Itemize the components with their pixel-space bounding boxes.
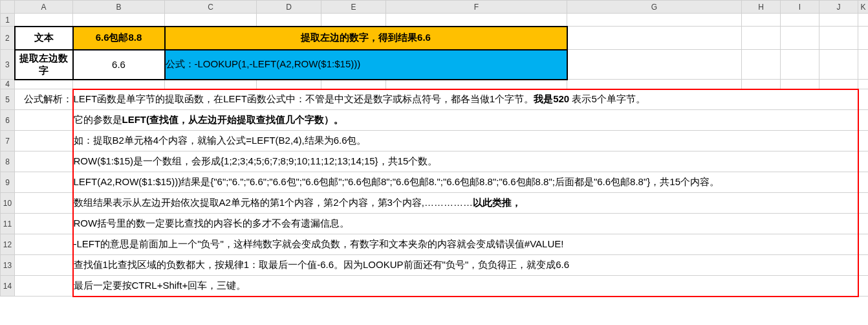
- cell-B9[interactable]: LEFT(A2,ROW($1:$15)))结果是{"6";"6.";"6.6";…: [73, 172, 858, 193]
- cell-G1[interactable]: [567, 14, 742, 27]
- row-header-10[interactable]: 10: [1, 193, 15, 214]
- col-header-K[interactable]: K: [858, 1, 869, 14]
- row-header-5[interactable]: 5: [1, 89, 15, 110]
- cell-K9[interactable]: [858, 172, 869, 193]
- cell-A4[interactable]: [15, 80, 73, 89]
- cell-K4[interactable]: [858, 80, 869, 89]
- col-header-G[interactable]: G: [567, 1, 742, 14]
- cell-B3[interactable]: 6.6: [73, 50, 165, 80]
- row-header-4[interactable]: 4: [1, 80, 15, 89]
- col-header-I[interactable]: I: [781, 1, 819, 14]
- cell-I2[interactable]: [781, 27, 819, 50]
- cell-K8[interactable]: [858, 151, 869, 172]
- cell-D1[interactable]: [257, 14, 321, 27]
- cell-A13[interactable]: [15, 255, 73, 276]
- row-header-6[interactable]: 6: [1, 110, 15, 131]
- row-header-2[interactable]: 2: [1, 27, 15, 50]
- cell-K3[interactable]: [858, 50, 869, 80]
- cell-A6[interactable]: [15, 110, 73, 131]
- cell-K5[interactable]: [858, 89, 869, 110]
- cell-B1[interactable]: [73, 14, 165, 27]
- cell-H4[interactable]: [742, 80, 781, 89]
- cell-A5[interactable]: 公式解析：: [15, 89, 73, 110]
- cell-B12[interactable]: -LEFT的意思是前面加上一个"负号"，这样纯数字就会变成负数，有数字和文本夹杂…: [73, 234, 858, 255]
- corner-cell[interactable]: [1, 1, 15, 14]
- cell-A14[interactable]: [15, 276, 73, 297]
- column-header-row: A B C D E F G H I J K: [1, 1, 869, 14]
- row-header-9[interactable]: 9: [1, 172, 15, 193]
- cell-B5[interactable]: LEFT函数是单字节的提取函数，在LEFT函数公式中：不管是中文还是数字或标点符…: [73, 89, 858, 110]
- cell-G3[interactable]: [567, 50, 742, 80]
- cell-F1[interactable]: [386, 14, 567, 27]
- cell-A12[interactable]: [15, 234, 73, 255]
- cell-K12[interactable]: [858, 234, 869, 255]
- cell-A8[interactable]: [15, 151, 73, 172]
- col-header-B[interactable]: B: [73, 1, 165, 14]
- col-header-F[interactable]: F: [386, 1, 567, 14]
- cell-F4[interactable]: [386, 80, 567, 89]
- row-header-8[interactable]: 8: [1, 151, 15, 172]
- col-header-H[interactable]: H: [742, 1, 781, 14]
- cell-I4[interactable]: [781, 80, 819, 89]
- cell-B4[interactable]: [73, 80, 165, 89]
- cell-I3[interactable]: [781, 50, 819, 80]
- explain-r5a: LEFT函数是单字节的提取函数，在LEFT函数公式中：不管是中文还是数字或标点符…: [74, 93, 534, 104]
- cell-A1[interactable]: [15, 14, 73, 27]
- row-header-12[interactable]: 12: [1, 234, 15, 255]
- cell-B11[interactable]: ROW括号里的数一定要比查找的内容长的多才不会有遗漏信息。: [73, 214, 858, 234]
- cell-B13[interactable]: 查找值1比查找区域的负数都大，按规律1：取最后一个值-6.6。因为LOOKUP前…: [73, 255, 858, 276]
- cell-H1[interactable]: [742, 14, 781, 27]
- cell-B14[interactable]: 最后一定要按CTRL+Shift+回车，三键。: [73, 276, 858, 297]
- spreadsheet[interactable]: A B C D E F G H I J K 1 2 文本 6.6包邮8.8 提取…: [0, 0, 868, 297]
- cell-E1[interactable]: [321, 14, 386, 27]
- explain-r7: 如：提取B2单元格4个内容，就输入公式=LEFT(B2,4),结果为6.6包。: [74, 135, 367, 146]
- cell-K13[interactable]: [858, 255, 869, 276]
- cell-A3[interactable]: 提取左边数字: [15, 50, 73, 80]
- row-header-1[interactable]: 1: [1, 14, 15, 27]
- cell-C2F2[interactable]: 提取左边的数字，得到结果6.6: [165, 27, 567, 50]
- cell-K2[interactable]: [858, 27, 869, 50]
- cell-E4[interactable]: [321, 80, 386, 89]
- cell-B6[interactable]: 它的参数是LEFT(查找值，从左边开始提取查找值几个字数）。: [73, 110, 858, 131]
- cell-K1[interactable]: [858, 14, 869, 27]
- cell-B8[interactable]: ROW($1:$15)是一个数组，会形成{1;2;3;4;5;6;7;8;9;1…: [73, 151, 858, 172]
- cell-C1[interactable]: [165, 14, 257, 27]
- cell-A9[interactable]: [15, 172, 73, 193]
- cell-B10[interactable]: 数组结果表示从左边开始依次提取A2单元格的第1个内容，第2个内容，第3个内容,……: [73, 193, 858, 214]
- explain-r8: ROW($1:$15)是一个数组，会形成{1;2;3;4;5;6;7;8;9;1…: [74, 155, 438, 166]
- cell-H3[interactable]: [742, 50, 781, 80]
- cell-K10[interactable]: [858, 193, 869, 214]
- cell-A11[interactable]: [15, 214, 73, 234]
- col-header-J[interactable]: J: [819, 1, 858, 14]
- cell-J1[interactable]: [819, 14, 858, 27]
- row-header-3[interactable]: 3: [1, 50, 15, 80]
- cell-G2[interactable]: [567, 27, 742, 50]
- cell-A10[interactable]: [15, 193, 73, 214]
- cell-A2[interactable]: 文本: [15, 27, 73, 50]
- row-header-11[interactable]: 11: [1, 214, 15, 234]
- cell-J4[interactable]: [819, 80, 858, 89]
- col-header-C[interactable]: C: [165, 1, 257, 14]
- cell-K6[interactable]: [858, 110, 869, 131]
- cell-K11[interactable]: [858, 214, 869, 234]
- cell-K7[interactable]: [858, 131, 869, 151]
- row-header-14[interactable]: 14: [1, 276, 15, 297]
- cell-K14[interactable]: [858, 276, 869, 297]
- cell-B3-text: 6.6: [112, 59, 125, 70]
- cell-C4[interactable]: [165, 80, 257, 89]
- cell-H2[interactable]: [742, 27, 781, 50]
- row-header-13[interactable]: 13: [1, 255, 15, 276]
- row-header-7[interactable]: 7: [1, 131, 15, 151]
- cell-B2[interactable]: 6.6包邮8.8: [73, 27, 165, 50]
- cell-D4[interactable]: [257, 80, 321, 89]
- cell-B7[interactable]: 如：提取B2单元格4个内容，就输入公式=LEFT(B2,4),结果为6.6包。: [73, 131, 858, 151]
- col-header-E[interactable]: E: [321, 1, 386, 14]
- cell-I1[interactable]: [781, 14, 819, 27]
- col-header-D[interactable]: D: [257, 1, 321, 14]
- col-header-A[interactable]: A: [15, 1, 73, 14]
- cell-J2[interactable]: [819, 27, 858, 50]
- cell-J3[interactable]: [819, 50, 858, 80]
- cell-A7[interactable]: [15, 131, 73, 151]
- cell-G4[interactable]: [567, 80, 742, 89]
- cell-C3F3[interactable]: 公式：-LOOKUP(1,-LEFT(A2,ROW($1:$15))): [165, 50, 567, 80]
